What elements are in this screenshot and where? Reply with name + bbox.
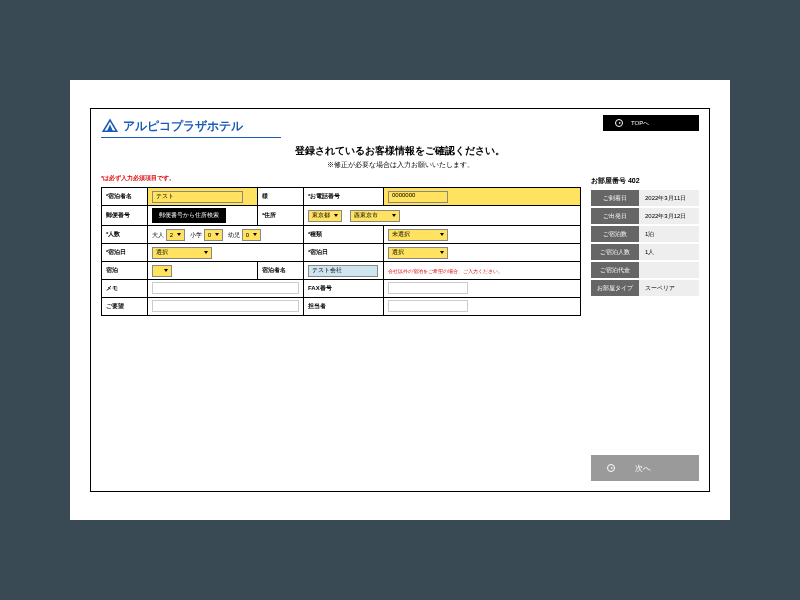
label-name: *宿泊者名 <box>102 188 148 206</box>
label-pref: *住所 <box>258 206 304 226</box>
arrow-circle-icon <box>615 119 623 127</box>
summary-value: スーペリア <box>639 280 699 296</box>
label-adult: 大人 <box>152 232 164 238</box>
label-sama: 様 <box>258 188 304 206</box>
select-city[interactable]: 西東京市 <box>350 210 400 222</box>
select-kind[interactable]: 未選択 <box>388 229 448 241</box>
chevron-down-icon <box>204 251 208 254</box>
brand-underline <box>101 137 281 138</box>
label-kind: *種類 <box>304 226 384 244</box>
input-fax[interactable] <box>388 282 468 294</box>
required-note: *は必ず入力必須項目です。 <box>101 174 581 183</box>
chevron-down-icon <box>164 269 168 272</box>
input-corpname[interactable]: テスト会社 <box>308 265 378 277</box>
summary-value: 1人 <box>639 244 699 260</box>
page-title: 登録されているお客様情報をご確認ください。 <box>101 144 699 158</box>
summary-label: ご宿泊数 <box>591 226 639 242</box>
top-button-label: TOPへ <box>631 119 649 128</box>
label-childA: 小学 <box>190 232 202 238</box>
input-phone[interactable]: 0000000 <box>388 191 448 203</box>
select-pref[interactable]: 東京都 <box>308 210 342 222</box>
corp-hint: 会社以外の宿泊をご希望の場合、ご入力ください。 <box>388 268 503 274</box>
select-childB[interactable]: 0 <box>242 229 261 241</box>
summary-label: お部屋タイプ <box>591 280 639 296</box>
label-stay-from: *宿泊日 <box>102 244 148 262</box>
chevron-down-icon <box>392 214 396 217</box>
summary-value: 1泊 <box>639 226 699 242</box>
input-name[interactable]: テスト <box>152 191 243 203</box>
input-tantou[interactable] <box>388 300 468 312</box>
top-button[interactable]: TOPへ <box>603 115 699 131</box>
input-request[interactable] <box>152 300 299 312</box>
label-people: *人数 <box>102 226 148 244</box>
chevron-down-icon <box>177 233 181 236</box>
summary-label: ご宿泊人数 <box>591 244 639 260</box>
arrow-circle-icon <box>607 464 615 472</box>
label-corpname: 宿泊者名 <box>258 262 304 280</box>
label-stay-to: *宿泊日 <box>304 244 384 262</box>
label-request: ご要望 <box>102 298 148 316</box>
label-corp: 宿泊 <box>102 262 148 280</box>
label-fax: FAX番号 <box>304 280 384 298</box>
select-childA[interactable]: 0 <box>204 229 223 241</box>
brand-name: アルピコプラザホテル <box>123 118 243 135</box>
label-phone: *お電話番号 <box>304 188 384 206</box>
select-date-from[interactable]: 選択 <box>152 247 212 259</box>
postal-lookup-button[interactable]: 郵便番号から住所検索 <box>152 208 226 223</box>
summary-value: 2022年3月12日 <box>639 208 699 224</box>
page-subtitle: ※修正が必要な場合は入力お願いいたします。 <box>101 160 699 170</box>
summary-label: ご出発日 <box>591 208 639 224</box>
chevron-down-icon <box>215 233 219 236</box>
chevron-down-icon <box>253 233 257 236</box>
label-postal: 郵便番号 <box>102 206 148 226</box>
label-memo: メモ <box>102 280 148 298</box>
select-corp[interactable] <box>152 265 172 277</box>
input-memo[interactable] <box>152 282 299 294</box>
select-adult[interactable]: 2 <box>166 229 185 241</box>
guest-form: *宿泊者名 テスト 様 *お電話番号 0000000 郵便番号 郵便番 <box>101 187 581 316</box>
select-date-to[interactable]: 選択 <box>388 247 448 259</box>
reservation-summary: お部屋番号 402 ご到着日2022年3月11日 ご出発日2022年3月12日 … <box>591 174 699 316</box>
label-tantou: 担当者 <box>304 298 384 316</box>
brand-mark-icon <box>101 117 119 135</box>
summary-title: お部屋番号 402 <box>591 176 699 186</box>
chevron-down-icon <box>440 251 444 254</box>
label-childB: 幼児 <box>228 232 240 238</box>
next-button-label: 次へ <box>635 463 651 474</box>
summary-label: ご宿泊代金 <box>591 262 639 278</box>
summary-value <box>639 262 699 278</box>
chevron-down-icon <box>334 214 338 217</box>
next-button[interactable]: 次へ <box>591 455 699 481</box>
summary-label: ご到着日 <box>591 190 639 206</box>
summary-value: 2022年3月11日 <box>639 190 699 206</box>
chevron-down-icon <box>440 233 444 236</box>
